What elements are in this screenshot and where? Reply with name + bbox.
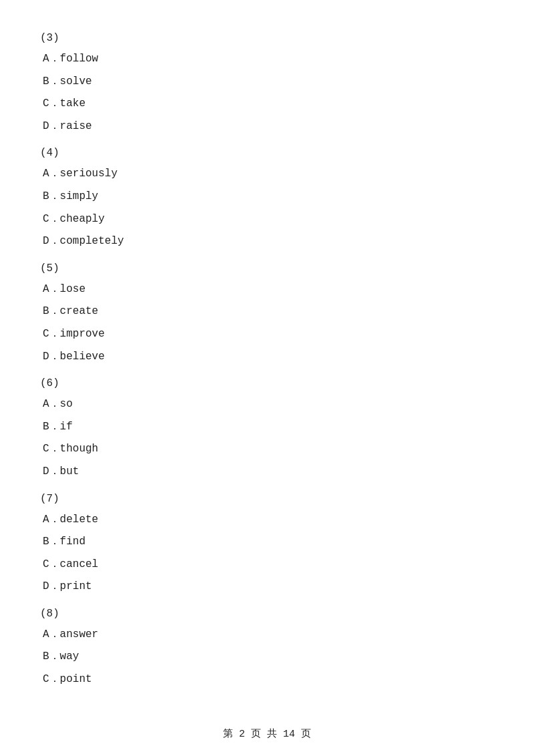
option-q4-a: A．so <box>40 396 494 413</box>
option-q1-b: B．solve <box>40 73 494 91</box>
option-q2-c: C．cheaply <box>40 211 494 228</box>
option-q6-b: B．way <box>40 648 494 666</box>
option-q6-a: A．answer <box>40 626 494 644</box>
option-q2-a: A．seriously <box>40 166 494 183</box>
option-q1-c: C．take <box>40 96 494 113</box>
option-q1-d: D．raise <box>40 118 494 136</box>
option-q6-c: C．point <box>40 671 494 689</box>
option-q3-a: A．lose <box>40 281 494 299</box>
question-number-4: (6) <box>40 377 494 389</box>
option-q3-c: C．improve <box>40 326 494 343</box>
option-q4-c: C．though <box>40 441 494 458</box>
option-q2-d: D．completely <box>40 233 494 250</box>
option-q5-b: B．find <box>40 534 494 551</box>
option-q5-d: D．print <box>40 578 494 596</box>
option-q3-d: D．believe <box>40 349 494 366</box>
option-q3-b: B．create <box>40 303 494 321</box>
question-number-6: (8) <box>40 608 494 620</box>
question-number-2: (4) <box>40 147 494 159</box>
question-number-3: (5) <box>40 262 494 274</box>
option-q4-b: B．if <box>40 419 494 436</box>
option-q5-c: C．cancel <box>40 556 494 574</box>
option-q2-b: B．simply <box>40 188 494 206</box>
question-number-1: (3) <box>40 32 494 44</box>
option-q4-d: D．but <box>40 463 494 481</box>
option-q5-a: A．delete <box>40 512 494 529</box>
option-q1-a: A．follow <box>40 51 494 68</box>
page-footer: 第 2 页 共 14 页 <box>0 727 534 740</box>
question-number-5: (7) <box>40 493 494 505</box>
main-content: (3)A．followB．solveC．takeD．raise(4)A．seri… <box>40 32 494 689</box>
